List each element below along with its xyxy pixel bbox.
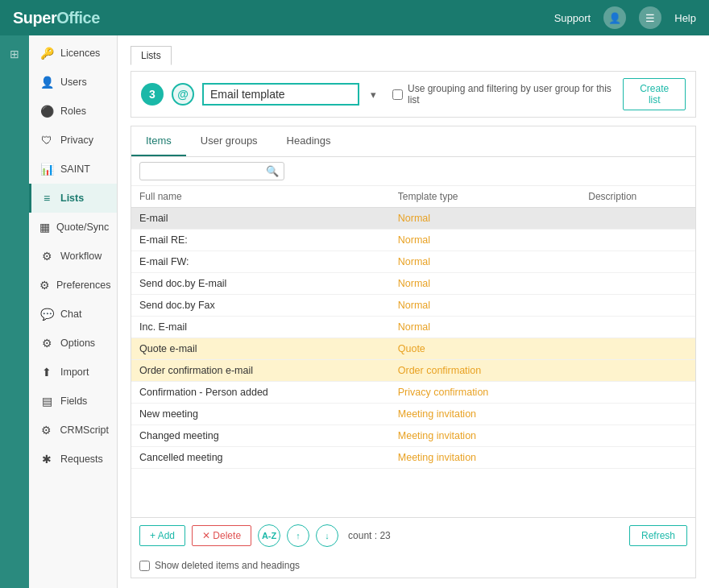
- sidebar-item-import[interactable]: ⬆ Import: [29, 358, 117, 387]
- sidebar-item-label: Roles: [60, 106, 86, 117]
- saint-icon: 📊: [39, 162, 54, 176]
- search-input[interactable]: [145, 166, 266, 177]
- table-row[interactable]: Quote e-mailQuote: [131, 338, 695, 360]
- sidebar-item-privacy[interactable]: 🛡 Privacy: [29, 126, 117, 155]
- app-header: SuperOffice Support 👤 ☰ Help: [0, 0, 709, 35]
- cell-full-name: E-mail FW:: [131, 251, 390, 273]
- help-link[interactable]: Help: [674, 12, 696, 24]
- sidebar-item-label: Lists: [60, 193, 84, 204]
- table-row[interactable]: Send doc.by FaxNormal: [131, 295, 695, 317]
- tab-user-groups[interactable]: User groups: [186, 126, 272, 156]
- col-header-template-type: Template type: [390, 186, 580, 208]
- table-row[interactable]: E-mailNormal: [131, 208, 695, 230]
- footer-row: Show deleted items and headings: [131, 553, 695, 578]
- col-header-description: Description: [580, 186, 695, 208]
- cell-full-name: Confirmation - Person added: [131, 382, 390, 404]
- table-row[interactable]: New meetingMeeting invitation: [131, 404, 695, 425]
- licences-icon: 🔑: [39, 46, 54, 60]
- sidebar-item-label: Users: [60, 77, 87, 88]
- strip-icon-1[interactable]: ⊞: [2, 42, 27, 66]
- list-name-input[interactable]: [202, 83, 359, 106]
- create-list-button[interactable]: Create list: [623, 78, 686, 110]
- support-link[interactable]: Support: [554, 12, 591, 24]
- sidebar-item-saint[interactable]: 📊 SAINT: [29, 155, 117, 184]
- cell-description: [580, 360, 695, 382]
- sidebar-item-users[interactable]: 👤 Users: [29, 68, 117, 97]
- table-row[interactable]: Send doc.by E-mailNormal: [131, 273, 695, 295]
- grouping-text: Use grouping and filtering by user group…: [408, 83, 615, 106]
- dropdown-arrow-icon[interactable]: ▾: [371, 89, 376, 101]
- table-row[interactable]: Changed meetingMeeting invitation: [131, 425, 695, 447]
- sidebar-item-label: Privacy: [60, 135, 93, 146]
- sidebar-item-requests[interactable]: ✱ Requests: [29, 445, 117, 474]
- grouping-label: Use grouping and filtering by user group…: [392, 83, 615, 106]
- cell-template-type: Normal: [390, 317, 580, 338]
- sidebar-item-fields[interactable]: ▤ Fields: [29, 387, 117, 416]
- search-wrap: 🔍: [139, 162, 284, 180]
- icon-strip: ⊞: [0, 35, 29, 588]
- cell-template-type: Normal: [390, 230, 580, 251]
- cell-template-type: Normal: [390, 208, 580, 230]
- sidebar-item-label: Fields: [60, 395, 87, 407]
- delete-button[interactable]: ✕ Delete: [192, 525, 251, 546]
- sidebar-item-label: Preferences: [56, 280, 110, 291]
- sidebar-item-quote-sync[interactable]: ▦ Quote/Sync: [29, 213, 117, 242]
- main-content: Lists 3 @ ▾ Use grouping and filtering b…: [118, 35, 709, 588]
- import-icon: ⬆: [39, 365, 54, 379]
- sidebar-item-preferences[interactable]: ⚙ Preferences: [29, 271, 117, 300]
- sort-down-button[interactable]: ↓: [316, 524, 338, 547]
- breadcrumb-bar: Lists: [131, 45, 696, 64]
- sidebar-item-label: CRMScript: [60, 424, 109, 436]
- refresh-button[interactable]: Refresh: [629, 525, 687, 546]
- sidebar-item-crmscript[interactable]: ⚙ CRMScript: [29, 416, 117, 445]
- table-row[interactable]: Cancelled meetingMeeting invitation: [131, 447, 695, 469]
- show-deleted-checkbox[interactable]: [139, 561, 150, 571]
- cell-template-type: Normal: [390, 273, 580, 295]
- show-deleted-label: Show deleted items and headings: [155, 560, 300, 571]
- grouping-checkbox[interactable]: [392, 89, 403, 100]
- cell-full-name: Quote e-mail: [131, 338, 390, 360]
- table-row[interactable]: E-mail RE:Normal: [131, 230, 695, 251]
- cell-full-name: Send doc.by Fax: [131, 295, 390, 317]
- user-icon[interactable]: 👤: [603, 6, 626, 29]
- sidebar-item-licences[interactable]: 🔑 Licences: [29, 39, 117, 68]
- cell-template-type: Normal: [390, 251, 580, 273]
- users-icon: 👤: [39, 75, 54, 89]
- menu-icon[interactable]: ☰: [639, 6, 661, 29]
- add-button[interactable]: + Add: [139, 525, 185, 546]
- requests-icon: ✱: [39, 452, 54, 466]
- step-badge: 3: [141, 83, 164, 106]
- sidebar-item-roles[interactable]: ⚫ Roles: [29, 97, 117, 126]
- quote-icon: ▦: [39, 220, 50, 234]
- table-row[interactable]: Inc. E-mailNormal: [131, 317, 695, 338]
- tab-headings[interactable]: Headings: [272, 126, 346, 156]
- sidebar-item-label: Chat: [60, 308, 81, 320]
- sidebar-item-chat[interactable]: 💬 Chat: [29, 300, 117, 329]
- workflow-icon: ⚙: [39, 249, 54, 263]
- fields-icon: ▤: [39, 394, 54, 408]
- cell-template-type: Meeting invitation: [390, 447, 580, 469]
- cell-full-name: E-mail: [131, 208, 390, 230]
- tab-items[interactable]: Items: [131, 126, 186, 156]
- cell-description: [580, 404, 695, 425]
- cell-description: [580, 382, 695, 404]
- table-row[interactable]: Confirmation - Person addedPrivacy confi…: [131, 382, 695, 404]
- cell-description: [580, 317, 695, 338]
- sidebar-item-lists[interactable]: ≡ Lists: [29, 184, 117, 213]
- table-container[interactable]: Full name Template type Description E-ma…: [131, 186, 695, 517]
- breadcrumb-tab[interactable]: Lists: [131, 46, 172, 65]
- sort-up-button[interactable]: ↑: [287, 524, 309, 547]
- roles-icon: ⚫: [39, 104, 54, 118]
- sort-az-button[interactable]: A-Z: [258, 524, 280, 547]
- cell-description: [580, 447, 695, 469]
- sidebar-item-workflow[interactable]: ⚙ Workflow: [29, 242, 117, 271]
- table-row[interactable]: Order confirmation e-mailOrder confirmat…: [131, 360, 695, 382]
- sidebar-item-options[interactable]: ⚙ Options: [29, 329, 117, 358]
- cell-full-name: Cancelled meeting: [131, 447, 390, 469]
- cell-full-name: Order confirmation e-mail: [131, 360, 390, 382]
- cell-full-name: E-mail RE:: [131, 230, 390, 251]
- table-row[interactable]: E-mail FW:Normal: [131, 251, 695, 273]
- cell-full-name: New meeting: [131, 404, 390, 425]
- cell-template-type: Normal: [390, 295, 580, 317]
- at-badge: @: [172, 83, 194, 106]
